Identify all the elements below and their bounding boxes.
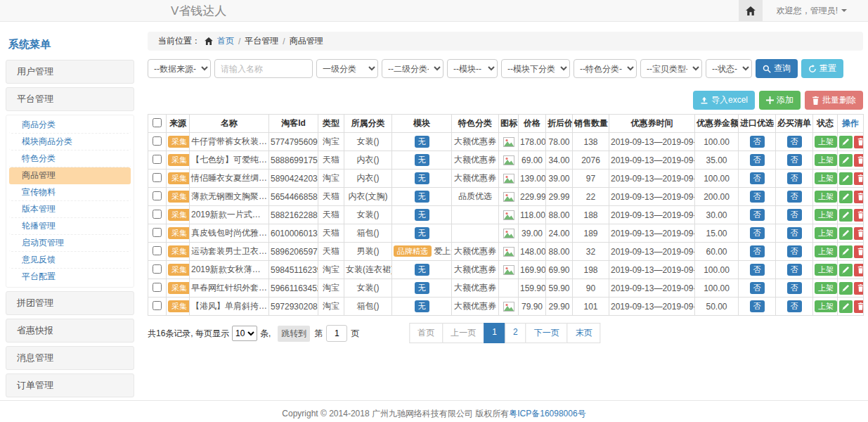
import-select-toggle[interactable]: 否 <box>750 227 765 238</box>
edit-button[interactable] <box>839 172 853 185</box>
must-buy-toggle[interactable]: 否 <box>787 264 802 275</box>
per-page-select[interactable]: 10 <box>232 326 257 341</box>
delete-button[interactable] <box>854 154 864 167</box>
import-excel-button[interactable]: 导入excel <box>693 91 755 110</box>
must-buy-toggle[interactable]: 否 <box>787 191 802 202</box>
status-badge[interactable]: 上架 <box>815 282 837 293</box>
add-button[interactable]: 添加 <box>759 91 801 110</box>
import-select-toggle[interactable]: 否 <box>750 154 765 165</box>
delete-button[interactable] <box>854 245 864 258</box>
pager-p1[interactable]: 1 <box>484 323 505 343</box>
import-select-toggle[interactable]: 否 <box>750 172 765 184</box>
edit-button[interactable] <box>839 227 853 240</box>
status-badge[interactable]: 上架 <box>815 227 837 238</box>
filter-select-module[interactable]: --模块-- <box>447 59 498 78</box>
status-badge[interactable]: 上架 <box>815 209 837 220</box>
filter-select-item-type[interactable]: --宝贝类型-- <box>640 59 702 78</box>
row-checkbox[interactable] <box>153 155 162 164</box>
row-checkbox[interactable] <box>153 264 162 274</box>
import-select-toggle[interactable]: 否 <box>750 282 765 293</box>
select-all-checkbox[interactable] <box>153 118 162 127</box>
import-select-toggle[interactable]: 否 <box>750 136 765 147</box>
sidebar-item-message-management[interactable]: 消息管理 <box>6 346 134 370</box>
edit-button[interactable] <box>839 245 853 258</box>
sidebar-item-module-goods-category[interactable]: 模块商品分类 <box>9 134 131 151</box>
row-checkbox[interactable] <box>153 210 162 219</box>
must-buy-toggle[interactable]: 否 <box>787 154 802 165</box>
status-badge[interactable]: 上架 <box>815 191 837 202</box>
status-badge[interactable]: 上架 <box>815 300 837 312</box>
pager-p2[interactable]: 2 <box>505 323 526 343</box>
sidebar-item-version-management[interactable]: 版本管理 <box>9 201 131 218</box>
row-checkbox[interactable] <box>153 246 162 255</box>
delete-button[interactable] <box>854 172 864 185</box>
import-select-toggle[interactable]: 否 <box>750 191 765 202</box>
delete-button[interactable] <box>854 209 864 222</box>
must-buy-toggle[interactable]: 否 <box>787 209 802 220</box>
row-checkbox[interactable] <box>153 173 162 182</box>
edit-button[interactable] <box>839 136 853 148</box>
sidebar-item-saving-express[interactable]: 省惠快报 <box>6 319 134 343</box>
filter-select-status[interactable]: --状态-- <box>706 59 752 78</box>
import-select-toggle[interactable]: 否 <box>750 245 765 257</box>
must-buy-toggle[interactable]: 否 <box>787 227 802 238</box>
icp-link[interactable]: 粤ICP备16098006号 <box>509 409 585 418</box>
must-buy-toggle[interactable]: 否 <box>787 282 802 293</box>
must-buy-toggle[interactable]: 否 <box>787 300 802 312</box>
status-badge[interactable]: 上架 <box>815 136 837 147</box>
user-menu[interactable]: 欢迎您，管理员! <box>777 5 847 17</box>
import-select-toggle[interactable]: 否 <box>750 300 765 312</box>
row-checkbox[interactable] <box>153 283 162 292</box>
sidebar-item-feature-category[interactable]: 特色分类 <box>9 151 131 167</box>
filter-select-level1-category[interactable]: 一级分类 <box>316 59 378 78</box>
sidebar-item-user-management[interactable]: 用户管理 <box>6 60 134 84</box>
batch-delete-button[interactable]: 批量删除 <box>805 91 863 110</box>
delete-button[interactable] <box>854 300 864 313</box>
search-button[interactable]: 查询 <box>756 59 798 78</box>
must-buy-toggle[interactable]: 否 <box>787 136 802 147</box>
edit-button[interactable] <box>839 300 853 313</box>
jump-button[interactable]: 跳转到 <box>278 326 310 342</box>
home-button[interactable] <box>739 0 763 21</box>
sidebar-item-group-buy[interactable]: 拼团管理 <box>6 291 134 315</box>
name-search-input[interactable] <box>214 59 313 78</box>
sidebar-item-promo-material[interactable]: 宣传物料 <box>9 184 131 201</box>
edit-button[interactable] <box>839 264 853 276</box>
row-checkbox[interactable] <box>153 228 162 237</box>
pager-next[interactable]: 下一页 <box>526 323 568 343</box>
filter-select-module-subcategory[interactable]: --模块下分类-- <box>501 59 570 78</box>
import-select-toggle[interactable]: 否 <box>750 264 765 275</box>
delete-button[interactable] <box>854 282 864 295</box>
page-number-input[interactable] <box>326 325 347 342</box>
sidebar-item-feedback[interactable]: 意见反馈 <box>9 252 131 269</box>
sidebar-item-platform-management[interactable]: 平台管理 <box>6 87 134 111</box>
status-badge[interactable]: 上架 <box>815 154 837 165</box>
sidebar-item-carousel-management[interactable]: 轮播管理 <box>9 218 131 235</box>
filter-select-data-source[interactable]: --数据来源-- <box>148 59 211 78</box>
sidebar-item-splash-management[interactable]: 启动页管理 <box>9 235 131 252</box>
must-buy-toggle[interactable]: 否 <box>787 172 802 184</box>
status-badge[interactable]: 上架 <box>815 245 837 257</box>
row-checkbox[interactable] <box>153 191 162 200</box>
filter-select-level2-category[interactable]: --二级分类-- <box>382 59 443 78</box>
delete-button[interactable] <box>854 264 864 276</box>
sidebar-item-order-management[interactable]: 订单管理 <box>6 373 134 397</box>
status-badge[interactable]: 上架 <box>815 264 837 275</box>
pager-last[interactable]: 末页 <box>567 323 601 343</box>
delete-button[interactable] <box>854 136 864 148</box>
edit-button[interactable] <box>839 209 853 222</box>
sidebar-item-goods-management[interactable]: 商品管理 <box>9 167 131 184</box>
edit-button[interactable] <box>839 191 853 203</box>
edit-button[interactable] <box>839 154 853 167</box>
row-checkbox[interactable] <box>153 136 162 146</box>
row-checkbox[interactable] <box>153 301 162 310</box>
delete-button[interactable] <box>854 227 864 240</box>
reset-button[interactable]: 重置 <box>801 59 843 78</box>
delete-button[interactable] <box>854 191 864 203</box>
status-badge[interactable]: 上架 <box>815 172 837 184</box>
sidebar-item-goods-category[interactable]: 商品分类 <box>9 117 131 134</box>
pager-prev[interactable]: 上一页 <box>442 323 484 343</box>
sidebar-item-platform-config[interactable]: 平台配置 <box>9 269 131 286</box>
edit-button[interactable] <box>839 282 853 295</box>
filter-select-feature-category[interactable]: --特色分类-- <box>574 59 637 78</box>
